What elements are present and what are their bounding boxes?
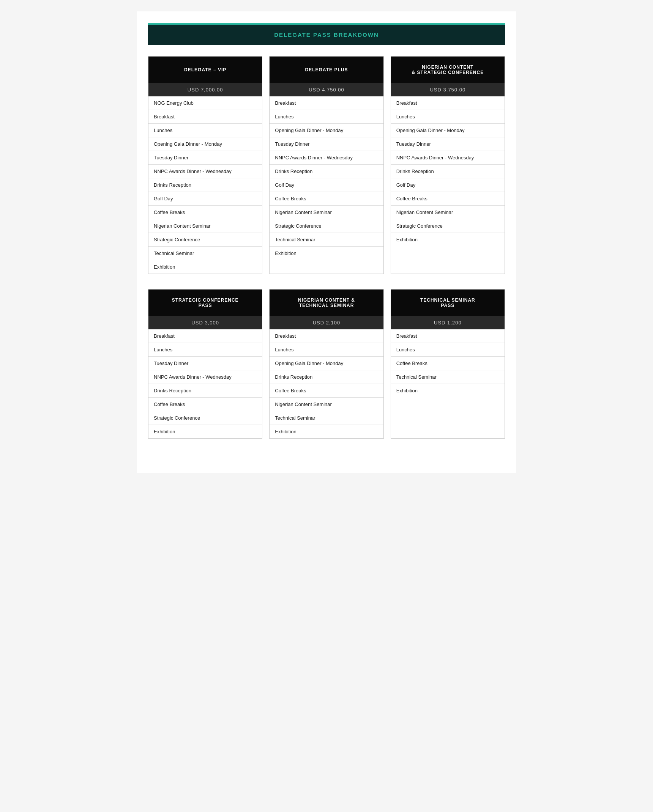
- list-item: Nigerian Content Seminar: [270, 398, 383, 411]
- list-item: Nigerian Content Seminar: [270, 206, 383, 219]
- pass-price-delegate-plus: USD 4,750.00: [270, 83, 383, 96]
- list-item: Breakfast: [148, 110, 262, 124]
- list-item: Opening Gala Dinner - Monday: [270, 357, 383, 370]
- list-item: NNPC Awards Dinner - Wednesday: [148, 370, 262, 384]
- pass-title-delegate-vip: DELEGATE – VIP: [148, 57, 262, 83]
- list-item: Nigerian Content Seminar: [148, 219, 262, 233]
- pass-items-delegate-vip: NOG Energy ClubBreakfastLunchesOpening G…: [148, 96, 262, 274]
- list-item: Opening Gala Dinner - Monday: [270, 124, 383, 137]
- list-item: NNPC Awards Dinner - Wednesday: [391, 151, 505, 165]
- list-item: Exhibition: [391, 233, 505, 246]
- list-item: Tuesday Dinner: [148, 151, 262, 165]
- list-item: Drinks Reception: [148, 384, 262, 398]
- list-item: Golf Day: [148, 192, 262, 206]
- pass-items-technical-seminar-pass: BreakfastLunchesCoffee BreaksTechnical S…: [391, 329, 505, 397]
- pass-title-nigerian-content-technical-seminar: NIGERIAN CONTENT & TECHNICAL SEMINAR: [270, 290, 383, 316]
- list-item: Technical Seminar: [270, 411, 383, 425]
- pass-items-strategic-conference-pass: BreakfastLunchesTuesday DinnerNNPC Award…: [148, 329, 262, 438]
- list-item: Drinks Reception: [270, 165, 383, 178]
- header-bar: DELEGATE PASS BREAKDOWN: [148, 23, 505, 45]
- list-item: Tuesday Dinner: [391, 137, 505, 151]
- pass-price-strategic-conference-pass: USD 3,000: [148, 316, 262, 329]
- pass-title-delegate-plus: DELEGATE PLUS: [270, 57, 383, 83]
- list-item: Coffee Breaks: [270, 192, 383, 206]
- list-item: Lunches: [391, 343, 505, 357]
- list-item: Lunches: [270, 343, 383, 357]
- list-item: NNPC Awards Dinner - Wednesday: [148, 165, 262, 178]
- pass-strategic-conference-pass: STRATEGIC CONFERENCE PASSUSD 3,000Breakf…: [148, 289, 262, 439]
- list-item: Tuesday Dinner: [270, 137, 383, 151]
- pass-price-delegate-vip: USD 7,000.00: [148, 83, 262, 96]
- list-item: Strategic Conference: [148, 233, 262, 247]
- list-item: Technical Seminar: [270, 233, 383, 247]
- pass-price-nigerian-content-strategic: USD 3,750.00: [391, 83, 505, 96]
- list-item: Breakfast: [270, 96, 383, 110]
- pass-items-delegate-plus: BreakfastLunchesOpening Gala Dinner - Mo…: [270, 96, 383, 260]
- list-item: Nigerian Content Seminar: [391, 206, 505, 219]
- list-item: NNPC Awards Dinner - Wednesday: [270, 151, 383, 165]
- list-item: Lunches: [270, 110, 383, 124]
- list-item: Breakfast: [391, 96, 505, 110]
- list-item: Golf Day: [391, 178, 505, 192]
- pass-delegate-vip: DELEGATE – VIPUSD 7,000.00NOG Energy Clu…: [148, 56, 262, 274]
- list-item: Exhibition: [270, 425, 383, 438]
- pass-items-nigerian-content-strategic: BreakfastLunchesOpening Gala Dinner - Mo…: [391, 96, 505, 246]
- pass-items-nigerian-content-technical-seminar: BreakfastLunchesOpening Gala Dinner - Mo…: [270, 329, 383, 438]
- list-item: Coffee Breaks: [391, 192, 505, 206]
- page-title: DELEGATE PASS BREAKDOWN: [156, 31, 497, 38]
- page: DELEGATE PASS BREAKDOWN DELEGATE – VIPUS…: [137, 11, 516, 473]
- list-item: Exhibition: [391, 384, 505, 397]
- pass-nigerian-content-strategic: NIGERIAN CONTENT & STRATEGIC CONFERENCEU…: [391, 56, 505, 274]
- pass-price-technical-seminar-pass: USD 1,200: [391, 316, 505, 329]
- list-item: Coffee Breaks: [270, 384, 383, 398]
- list-item: Exhibition: [270, 247, 383, 260]
- pass-nigerian-content-technical-seminar: NIGERIAN CONTENT & TECHNICAL SEMINARUSD …: [269, 289, 383, 439]
- list-item: Coffee Breaks: [148, 398, 262, 411]
- list-item: Coffee Breaks: [148, 206, 262, 219]
- list-item: Breakfast: [148, 329, 262, 343]
- pass-technical-seminar-pass: TECHNICAL SEMINAR PASSUSD 1,200Breakfast…: [391, 289, 505, 439]
- list-item: Tuesday Dinner: [148, 357, 262, 370]
- list-item: Breakfast: [270, 329, 383, 343]
- pass-title-strategic-conference-pass: STRATEGIC CONFERENCE PASS: [148, 290, 262, 316]
- pass-title-technical-seminar-pass: TECHNICAL SEMINAR PASS: [391, 290, 505, 316]
- list-item: Breakfast: [391, 329, 505, 343]
- list-item: Lunches: [391, 110, 505, 124]
- list-item: Lunches: [148, 343, 262, 357]
- list-item: Opening Gala Dinner - Monday: [391, 124, 505, 137]
- list-item: Drinks Reception: [391, 165, 505, 178]
- list-item: Drinks Reception: [270, 370, 383, 384]
- list-item: Strategic Conference: [270, 219, 383, 233]
- list-item: NOG Energy Club: [148, 96, 262, 110]
- list-item: Golf Day: [270, 178, 383, 192]
- list-item: Technical Seminar: [391, 370, 505, 384]
- row1-grid: DELEGATE – VIPUSD 7,000.00NOG Energy Clu…: [148, 56, 505, 274]
- pass-delegate-plus: DELEGATE PLUSUSD 4,750.00BreakfastLunche…: [269, 56, 383, 274]
- list-item: Exhibition: [148, 425, 262, 438]
- list-item: Strategic Conference: [391, 219, 505, 233]
- list-item: Technical Seminar: [148, 247, 262, 260]
- row2-grid: STRATEGIC CONFERENCE PASSUSD 3,000Breakf…: [148, 289, 505, 439]
- list-item: Opening Gala Dinner - Monday: [148, 137, 262, 151]
- list-item: Lunches: [148, 124, 262, 137]
- list-item: Strategic Conference: [148, 411, 262, 425]
- list-item: Exhibition: [148, 260, 262, 274]
- pass-price-nigerian-content-technical-seminar: USD 2,100: [270, 316, 383, 329]
- list-item: Drinks Reception: [148, 178, 262, 192]
- list-item: Coffee Breaks: [391, 357, 505, 370]
- pass-title-nigerian-content-strategic: NIGERIAN CONTENT & STRATEGIC CONFERENCE: [391, 57, 505, 83]
